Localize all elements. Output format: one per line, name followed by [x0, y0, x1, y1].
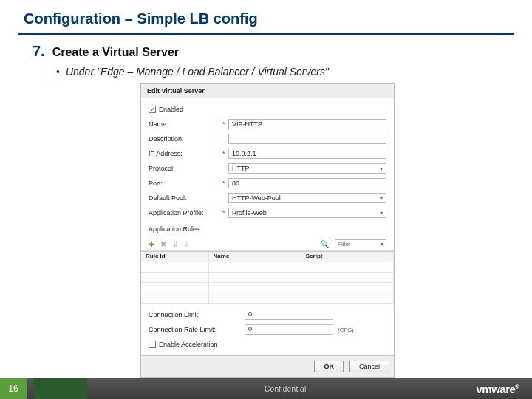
move-down-icon[interactable]: ⇩ — [184, 240, 190, 248]
cps-suffix: (CPS) — [338, 327, 354, 333]
default-pool-label: Default Pool: — [149, 194, 222, 202]
step-text: Create a Virtual Server — [52, 46, 179, 59]
dialog-title: Edit Virtual Server — [141, 84, 394, 98]
vmware-logo: vmware® — [476, 383, 519, 395]
dialog-footer: OK Cancel — [141, 355, 394, 377]
delete-icon[interactable]: ✖ — [160, 240, 166, 248]
conn-limit-label: Connection Limit: — [149, 311, 245, 318]
empty-cell — [141, 283, 209, 293]
app-profile-select[interactable]: Profile-Web ▾ — [228, 208, 386, 218]
slide-title: Configuration – Simple LB config — [0, 0, 532, 33]
enabled-label: Enabled — [159, 106, 183, 113]
description-input[interactable] — [228, 134, 386, 144]
search-icon: 🔍 — [320, 240, 329, 248]
cancel-button[interactable]: Cancel — [349, 361, 389, 372]
required-asterisk-icon: * — [222, 120, 228, 128]
port-input[interactable]: 80 — [228, 178, 386, 188]
required-asterisk-icon: * — [222, 150, 228, 157]
add-icon[interactable]: ✚ — [149, 240, 154, 248]
page-number: 16 — [0, 378, 27, 399]
confidential-label: Confidential — [95, 385, 476, 393]
conn-limit-input[interactable]: 0 — [245, 310, 333, 320]
move-up-icon[interactable]: ⇧ — [172, 240, 178, 248]
step-number: 7. — [33, 43, 45, 60]
protocol-label: Protocol: — [149, 165, 222, 172]
chevron-down-icon: ▾ — [380, 210, 383, 216]
protocol-select[interactable]: HTTP ▾ — [228, 163, 386, 174]
enabled-checkbox[interactable]: ✓ — [149, 106, 156, 113]
enable-accel-checkbox[interactable] — [149, 341, 156, 348]
col-script[interactable]: Script — [301, 252, 394, 262]
port-label: Port: — [149, 180, 222, 187]
app-rules-label: Application Rules: — [149, 225, 202, 233]
protocol-value: HTTP — [232, 165, 250, 172]
chevron-down-icon: ▾ — [380, 166, 383, 172]
sub-bullet-text: Under "Edge – Manage / Load Balancer / V… — [66, 66, 329, 78]
name-input[interactable]: VIP-HTTP — [228, 119, 386, 129]
enabled-row: ✓ Enabled — [149, 103, 386, 116]
conn-rate-label: Connection Rate Limit: — [149, 326, 245, 333]
chevron-down-icon: ▾ — [381, 241, 383, 248]
sub-bullet: • Under "Edge – Manage / Load Balancer /… — [33, 66, 502, 78]
name-label: Name: — [149, 120, 222, 128]
col-name[interactable]: Name — [209, 252, 301, 262]
rules-toolbar: ✚ ✖ ⇧ ⇩ 🔍 Filter ▾ — [141, 237, 394, 251]
filter-input[interactable]: Filter ▾ — [335, 239, 386, 248]
required-asterisk-icon: * — [222, 180, 228, 187]
default-pool-value: HTTP-Web-Pool — [232, 194, 281, 202]
filter-placeholder: Filter — [338, 241, 351, 248]
app-profile-label: Application Profile: — [149, 209, 222, 216]
slide-footer: 16 Confidential vmware® — [0, 378, 532, 399]
rules-grid: Rule Id Name Script — [141, 251, 394, 304]
title-rule — [18, 33, 514, 35]
description-label: Description: — [149, 135, 222, 143]
enable-accel-label: Enable Acceleration — [159, 341, 218, 348]
col-rule-id[interactable]: Rule Id — [141, 252, 209, 262]
footer-accent — [34, 378, 87, 399]
chevron-down-icon: ▾ — [380, 195, 383, 202]
default-pool-select[interactable]: HTTP-Web-Pool ▾ — [228, 193, 386, 203]
content-area: 7. Create a Virtual Server • Under "Edge… — [0, 43, 532, 396]
app-profile-value: Profile-Web — [232, 209, 267, 216]
ok-button[interactable]: OK — [314, 361, 344, 372]
edit-virtual-server-dialog: Edit Virtual Server ✓ Enabled Name: * VI… — [140, 83, 395, 378]
empty-cell — [141, 273, 209, 283]
conn-rate-input[interactable]: 0 — [245, 324, 333, 335]
ip-label: IP Address: — [149, 150, 222, 157]
ip-input[interactable]: 10.0.2.1 — [228, 149, 386, 159]
empty-cell — [141, 262, 209, 273]
required-asterisk-icon: * — [222, 209, 228, 216]
empty-cell — [141, 293, 209, 304]
bullet-dot-icon: • — [56, 66, 60, 78]
